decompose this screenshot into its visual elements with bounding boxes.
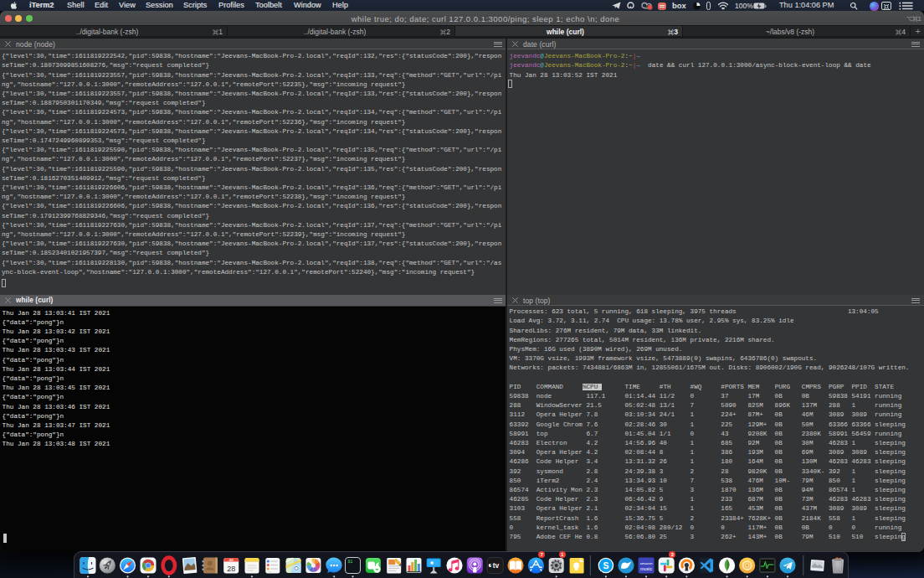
svg-text:$1: $1	[348, 560, 353, 565]
svg-text:amazon: amazon	[640, 561, 654, 565]
svg-text:music: music	[640, 566, 652, 571]
svg-text:tv: tv	[493, 561, 500, 570]
svg-text:JAN: JAN	[228, 559, 234, 562]
svg-text:S: S	[603, 560, 608, 570]
svg-text:28: 28	[227, 565, 235, 573]
